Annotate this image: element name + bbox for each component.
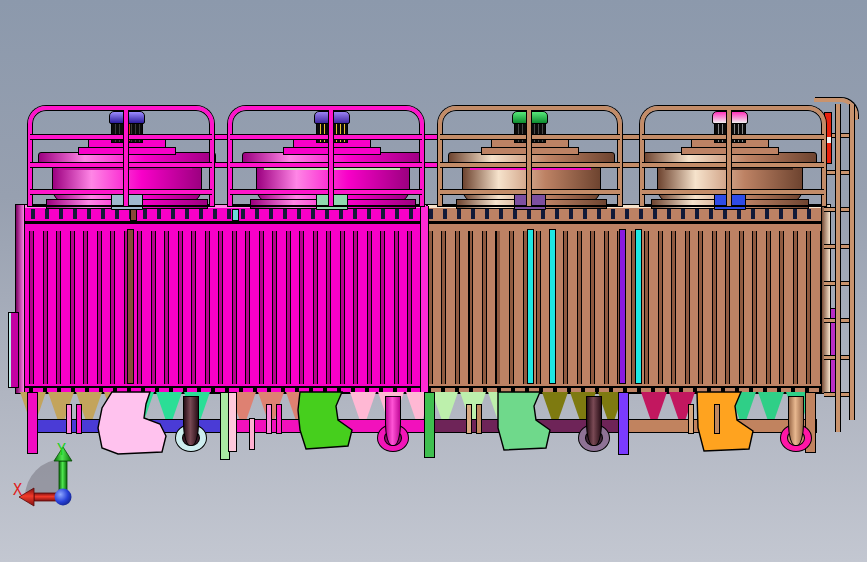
- basin-post-2: [228, 392, 237, 452]
- louver-section-pink: [15, 204, 427, 394]
- louver-section-tan: [427, 204, 831, 394]
- cell-4-motor-cap: [712, 111, 748, 124]
- cad-viewport[interactable]: X Y: [0, 0, 867, 562]
- y-axis-label: Y: [57, 441, 66, 459]
- cell-3-funnel-right-0: [542, 392, 568, 422]
- cell-2-cowl-rim-stripe: [264, 165, 400, 170]
- cell-1-gearbox-block: [111, 190, 143, 210]
- rail-connector-2-1: [618, 163, 644, 167]
- cell-3-drain-pipe: [586, 396, 602, 446]
- cell-1-motor-stripe: [123, 121, 130, 141]
- basin-post-4: [618, 392, 629, 455]
- cell-2-rod-1: [276, 404, 282, 434]
- cell-3-funnel-left-1: [460, 392, 486, 422]
- cell-2-motor-cap: [314, 111, 350, 124]
- louver-section-pink-louver-wall: [15, 222, 427, 386]
- rail-connector-0-0: [210, 135, 232, 139]
- cell-1-funnel-right-1: [156, 392, 182, 422]
- cell-3-motor-pedestal-base: [481, 147, 579, 155]
- cell-1-motor-pedestal-base: [78, 147, 176, 155]
- ladder-safety-post: [824, 112, 832, 164]
- special-louver-slat-2: [549, 229, 556, 384]
- cell-3-funnel-left-2: [488, 392, 514, 422]
- cell-1-cowl-rim-stripe: [60, 165, 192, 170]
- louver-section-pink-louver-slats: [16, 231, 426, 384]
- left-access-door: [8, 312, 19, 388]
- cell-2-rod-2: [249, 418, 255, 450]
- louver-section-tan-louver-wall: [427, 222, 831, 386]
- special-louver-slat-1: [527, 229, 534, 384]
- cell-1-funnel-left-3: [104, 392, 130, 422]
- cell-3-gearbox-block: [514, 190, 546, 210]
- cell-2-motor-pedestal-base: [283, 147, 381, 155]
- cell-2-motor-stripe: [329, 121, 334, 141]
- ladder-rail-right: [850, 104, 854, 420]
- cell-2-funnel-left-2: [286, 392, 312, 422]
- rail-connector-2-0: [618, 135, 644, 139]
- rail-connector-1-0: [420, 135, 442, 139]
- cell-1-drain-pipe: [183, 396, 199, 446]
- cell-1-funnel-right-0: [128, 392, 154, 422]
- junction-strip: [420, 206, 429, 392]
- cell-2-rod-0: [266, 404, 272, 434]
- cell-3-rod-0: [466, 404, 472, 434]
- cell-4-gearbox-block: [714, 190, 746, 210]
- louver-section-pink-deck-vents: [17, 209, 425, 219]
- special-louver-slat-0: [127, 229, 134, 384]
- origin-sphere: [55, 489, 72, 506]
- rail-connector-1-1: [420, 163, 442, 167]
- special-deck-slot-0: [130, 209, 137, 221]
- cell-2-funnel-right-0: [350, 392, 376, 422]
- cell-4-rod-1: [714, 404, 720, 434]
- cell-4-funnel-right-0: [730, 392, 756, 422]
- cell-4-rod-0: [688, 404, 694, 434]
- ladder-rail-left: [836, 104, 840, 432]
- cell-3-cowl-rim-stripe: [470, 165, 591, 170]
- cell-4-motor-pedestal-base: [681, 147, 779, 155]
- cell-1-motor-cap: [109, 111, 145, 124]
- orientation-triad: X Y: [8, 430, 128, 550]
- special-deck-slot-1: [232, 209, 239, 221]
- cell-3-rod-1: [476, 404, 482, 434]
- basin-post-3: [424, 392, 435, 458]
- cooling-tower-model: [0, 0, 867, 562]
- cell-4-funnel-left-0: [641, 392, 667, 422]
- x-axis-label: X: [13, 481, 22, 499]
- cell-2-gearbox-block: [316, 190, 348, 210]
- cell-4-funnel-right-1: [758, 392, 784, 422]
- cell-3-motor-cap: [512, 111, 548, 124]
- special-louver-slat-4: [635, 229, 642, 384]
- louver-section-tan-deck-vents: [429, 209, 829, 219]
- cell-2-drain-pipe: [385, 396, 401, 446]
- cell-4-drain-pipe: [788, 396, 804, 446]
- cell-4-motor-body: [714, 121, 746, 143]
- cell-4-cowl-rim-stripe: [665, 165, 793, 170]
- louver-section-tan-louver-slats: [428, 231, 830, 384]
- cell-3-funnel-left-0: [432, 392, 458, 422]
- rail-connector-0-1: [210, 163, 232, 167]
- cell-3-motor-stripe: [526, 121, 532, 141]
- special-louver-slat-3: [619, 229, 626, 384]
